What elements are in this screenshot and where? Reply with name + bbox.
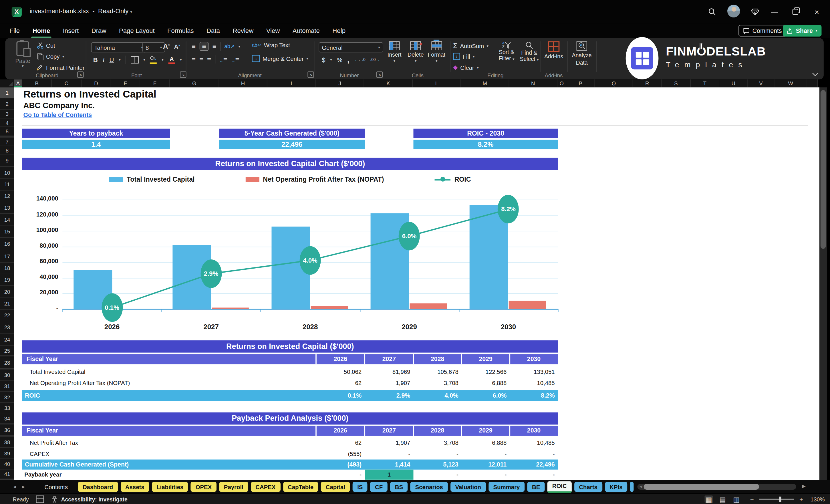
column-header-C[interactable]: C — [52, 80, 82, 88]
column-header-O[interactable]: O — [557, 80, 566, 88]
row-header-2[interactable]: 2 — [0, 98, 14, 109]
accessibility-status[interactable]: Accessibility: Investigate — [52, 496, 128, 503]
cell-value[interactable]: - — [510, 470, 554, 480]
number-format-select[interactable]: General▾ — [319, 42, 383, 52]
font-size-select[interactable]: 8▾ — [142, 42, 165, 52]
column-header-H[interactable]: H — [219, 80, 267, 88]
column-header-Q[interactable]: Q — [595, 80, 633, 88]
row-header-8[interactable]: 8 — [0, 146, 14, 155]
cell-value[interactable]: 5,123 — [413, 460, 458, 469]
fill-color-button[interactable] — [150, 56, 157, 64]
column-header-B[interactable]: B — [22, 80, 52, 88]
cell-value[interactable]: 133,051 — [510, 367, 554, 378]
column-header-G[interactable]: G — [170, 80, 219, 88]
year-header-2029[interactable]: 2029 — [461, 354, 510, 364]
row-label[interactable]: Net Operating Profit After Tax (NOPAT) — [30, 378, 130, 389]
kpi-header-2[interactable]: 5-Year Cash Generated ($'000) — [219, 129, 365, 138]
cell-value[interactable]: 10,485 — [510, 378, 554, 389]
merge-center-button[interactable]: ↔ Merge & Center ▾ — [252, 55, 308, 62]
cell-value[interactable]: 105,678 — [413, 367, 458, 378]
cell-value[interactable]: 6,888 — [461, 378, 507, 389]
column-header-M[interactable]: M — [461, 80, 509, 88]
row-label[interactable]: Payback year — [24, 470, 62, 480]
cell-value[interactable]: 3,708 — [413, 378, 458, 389]
sheet-tab-assets[interactable]: Assets — [120, 482, 149, 492]
restore-button[interactable] — [789, 6, 801, 18]
underline-button[interactable]: U — [109, 56, 114, 63]
row-header-11[interactable]: 11 — [0, 179, 14, 191]
sheet-tab-valuation[interactable]: Valuation — [450, 482, 486, 492]
row-header-14[interactable]: 14 — [0, 214, 14, 226]
column-header-E[interactable]: E — [111, 80, 140, 88]
title-chevron-down-icon[interactable]: ▾ — [130, 10, 132, 14]
row-header-4[interactable]: 4 — [0, 119, 14, 127]
sheet-tab-payroll[interactable]: Payroll — [219, 482, 248, 492]
comma-format-button[interactable]: , — [347, 55, 350, 64]
decrease-decimal-button[interactable]: .00→ — [370, 57, 380, 62]
row-header-24[interactable]: 24 — [0, 334, 14, 346]
cell-value[interactable]: 122,566 — [461, 367, 507, 378]
hscroll-right-icon[interactable]: ▶ — [802, 483, 806, 489]
column-header-partial[interactable] — [807, 80, 818, 88]
menu-tab-page-layout[interactable]: Page Layout — [119, 27, 155, 34]
row-header-28[interactable]: 28 — [0, 357, 14, 369]
page-break-view-button[interactable]: ▥ — [732, 496, 741, 503]
sheet-tab-charts[interactable]: Charts — [574, 482, 602, 492]
kpi-value-1[interactable]: 1.4 — [22, 140, 170, 149]
company-name[interactable]: ABC Company Inc. — [23, 101, 95, 109]
row-header-1[interactable]: 1 — [0, 87, 14, 98]
analyze-data-button[interactable]: Analyze Data — [569, 41, 594, 65]
row-header-25[interactable]: 25 — [0, 346, 14, 356]
column-header-U[interactable]: U — [719, 80, 748, 88]
row-header-38[interactable]: 38 — [0, 437, 14, 448]
align-middle-button[interactable]: ≡ — [199, 42, 209, 51]
menu-tab-draw[interactable]: Draw — [92, 27, 106, 34]
cell-value[interactable]: 3,708 — [413, 437, 458, 448]
row-header-31[interactable]: 31 — [0, 381, 14, 392]
row-header-13[interactable]: 13 — [0, 202, 14, 214]
italic-button[interactable]: I — [102, 56, 104, 64]
currency-chevron-icon[interactable]: ▾ — [330, 58, 332, 62]
fiscal-year-label[interactable]: Fiscal Year — [27, 356, 58, 362]
wrap-text-button[interactable]: ab↩ Wrap Text — [252, 42, 290, 48]
premium-diamond-icon[interactable] — [749, 6, 761, 18]
sheet-tab-cf[interactable]: CF — [370, 482, 387, 492]
cell-value[interactable]: 62 — [316, 378, 361, 389]
row-header-40[interactable]: 40 — [0, 459, 14, 470]
row-header-21[interactable]: 21 — [0, 298, 14, 310]
cell-value[interactable]: 10,485 — [510, 437, 554, 448]
row-header-36[interactable]: 36 — [0, 424, 14, 436]
row-label[interactable]: CAPEX — [30, 448, 50, 460]
horizontal-scrollbar-thumb[interactable] — [644, 484, 759, 490]
copy-button[interactable]: Copy ▾ — [37, 54, 64, 60]
year-header-2030[interactable]: 2030 — [510, 426, 558, 436]
increase-font-button[interactable]: A▴ — [163, 42, 170, 50]
cell-value[interactable]: 1,907 — [365, 437, 410, 448]
align-top-button[interactable]: ≡ — [192, 42, 196, 50]
font-color-button[interactable]: A — [168, 56, 175, 64]
column-header-I[interactable]: I — [267, 80, 316, 88]
cell-value[interactable]: 0.1% — [316, 390, 361, 401]
cell-value[interactable]: (493) — [316, 460, 361, 469]
kpi-value-2[interactable]: 22,496 — [219, 140, 365, 149]
cell-value[interactable]: 6.0% — [461, 390, 507, 401]
table-of-contents-link[interactable]: Go to Table of Contents — [23, 112, 92, 118]
year-header-2028[interactable]: 2028 — [413, 354, 461, 364]
menu-tab-insert[interactable]: Insert — [63, 27, 79, 34]
currency-format-button[interactable]: $ — [322, 56, 325, 63]
close-button[interactable]: × — [811, 6, 823, 18]
row-header-23[interactable]: 23 — [0, 321, 14, 334]
sheet-tab-contents[interactable]: Contents — [41, 482, 71, 492]
menu-tab-automate[interactable]: Automate — [293, 27, 320, 34]
alignment-dialog-launcher[interactable]: ↘ — [308, 71, 314, 78]
cell-value[interactable]: 12,011 — [461, 460, 507, 469]
kpi-value-3[interactable]: 8.2% — [413, 140, 558, 149]
row-label[interactable]: Net Profit After Tax — [30, 437, 78, 448]
row-header-17[interactable]: 17 — [0, 250, 14, 262]
sheet-tab-liabilities[interactable]: Liabilities — [152, 482, 188, 492]
row-header-32[interactable]: 32 — [0, 392, 14, 403]
select-all-corner[interactable] — [0, 80, 14, 88]
zoom-level[interactable]: 130% — [810, 496, 825, 502]
row-header-33[interactable]: 33 — [0, 403, 14, 413]
cell-value[interactable]: - — [461, 448, 507, 460]
